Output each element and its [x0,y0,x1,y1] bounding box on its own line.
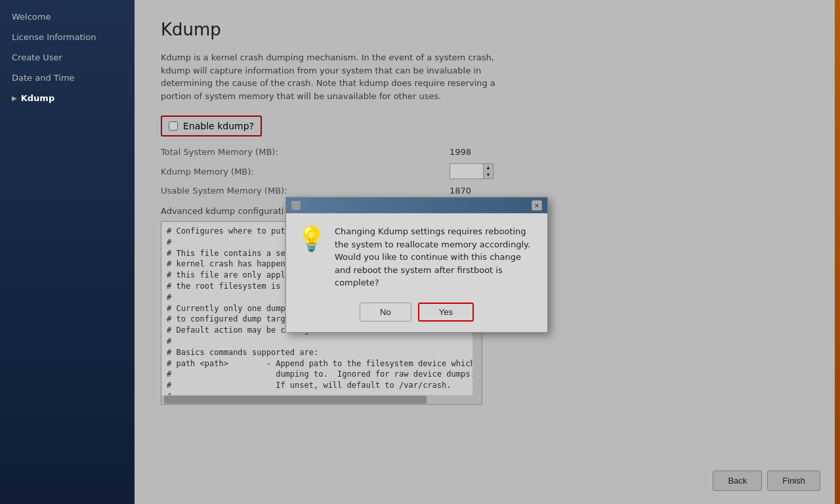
dialog-close-button[interactable]: ✕ [532,200,542,211]
sidebar-item-label: Date and Time [12,73,75,83]
dialog-titlebar[interactable]: ✕ [286,198,547,213]
sidebar-item-date-time[interactable]: Date and Time [0,68,135,88]
dialog-buttons: No Yes [286,296,547,332]
sidebar-item-kdump[interactable]: ▶ Kdump [0,88,135,108]
sidebar: Welcome License Information Create User … [0,0,135,504]
dialog-info-icon: 💡 [297,225,326,253]
dialog: ✕ 💡 Changing Kdump settings requires reb… [285,197,548,333]
sidebar-item-label: Create User [12,52,62,62]
sidebar-item-label: Welcome [12,12,51,22]
dialog-no-button[interactable]: No [360,303,411,322]
dialog-overlay: ✕ 💡 Changing Kdump settings requires reb… [135,0,840,504]
sidebar-item-create-user[interactable]: Create User [0,47,135,68]
dialog-title-text [304,201,307,210]
arrow-icon: ▶ [12,94,17,102]
dialog-message: Changing Kdump settings requires rebooti… [335,225,537,289]
dialog-yes-button[interactable]: Yes [418,303,474,322]
dialog-title-icon [291,201,301,210]
sidebar-item-license[interactable]: License Information [0,27,135,47]
sidebar-item-label: Kdump [21,93,55,103]
dialog-body: 💡 Changing Kdump settings requires reboo… [286,213,547,296]
sidebar-item-label: License Information [12,32,96,42]
main-content: Kdump Kdump is a kernel crash dumping me… [135,0,840,504]
sidebar-item-welcome[interactable]: Welcome [0,7,135,27]
